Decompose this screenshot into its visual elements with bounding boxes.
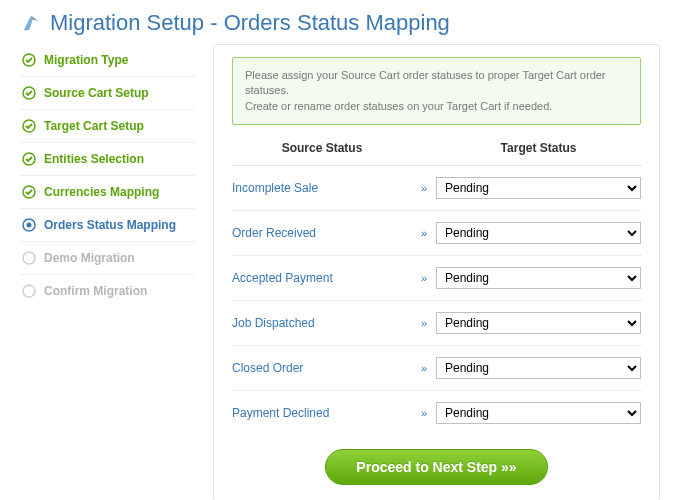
wizard-sidebar: Migration TypeSource Cart SetupTarget Ca… — [20, 44, 195, 500]
target-status-cell: Pending — [436, 222, 641, 244]
arrow-icon: » — [412, 407, 436, 419]
sidebar-item-demo-migration[interactable]: Demo Migration — [20, 242, 195, 275]
target-status-cell: Pending — [436, 402, 641, 424]
svg-point-6 — [27, 223, 32, 228]
arrow-icon: » — [412, 272, 436, 284]
mapping-row: Incomplete Sale»Pending — [232, 166, 641, 211]
arrow-icon: » — [412, 317, 436, 329]
page-title: Migration Setup - Orders Status Mapping — [50, 10, 450, 36]
target-status-cell: Pending — [436, 312, 641, 334]
sidebar-item-target-cart-setup[interactable]: Target Cart Setup — [20, 110, 195, 143]
target-status-cell: Pending — [436, 177, 641, 199]
source-status-label[interactable]: Incomplete Sale — [232, 181, 412, 195]
check-circle-icon — [22, 53, 36, 67]
sidebar-item-label: Orders Status Mapping — [44, 218, 176, 232]
check-circle-icon — [22, 119, 36, 133]
source-status-label[interactable]: Job Dispatched — [232, 316, 412, 330]
target-status-select[interactable]: Pending — [436, 222, 641, 244]
arrow-icon: » — [412, 362, 436, 374]
target-status-cell: Pending — [436, 357, 641, 379]
sidebar-item-label: Target Cart Setup — [44, 119, 144, 133]
col-header-spacer — [412, 141, 436, 155]
radio-empty-icon — [22, 284, 36, 298]
sidebar-item-entities-selection[interactable]: Entities Selection — [20, 143, 195, 176]
svg-point-7 — [23, 252, 35, 264]
header: Migration Setup - Orders Status Mapping — [20, 10, 660, 36]
target-status-select[interactable]: Pending — [436, 402, 641, 424]
mapping-row: Payment Declined»Pending — [232, 391, 641, 435]
proceed-button[interactable]: Proceed to Next Step »» — [325, 449, 547, 485]
check-circle-icon — [22, 185, 36, 199]
source-status-label[interactable]: Payment Declined — [232, 406, 412, 420]
mapping-row: Order Received»Pending — [232, 211, 641, 256]
target-status-cell: Pending — [436, 267, 641, 289]
source-status-label[interactable]: Closed Order — [232, 361, 412, 375]
arrow-icon: » — [412, 227, 436, 239]
arrow-icon: » — [412, 182, 436, 194]
info-text-line: Create or rename order statuses on your … — [245, 99, 628, 114]
source-status-label[interactable]: Order Received — [232, 226, 412, 240]
col-header-target: Target Status — [436, 141, 641, 155]
sidebar-item-migration-type[interactable]: Migration Type — [20, 44, 195, 77]
target-status-select[interactable]: Pending — [436, 357, 641, 379]
svg-point-8 — [23, 285, 35, 297]
source-status-label[interactable]: Accepted Payment — [232, 271, 412, 285]
check-circle-icon — [22, 86, 36, 100]
target-status-select[interactable]: Pending — [436, 267, 641, 289]
sidebar-item-label: Demo Migration — [44, 251, 135, 265]
sidebar-item-label: Currencies Mapping — [44, 185, 159, 199]
radio-empty-icon — [22, 251, 36, 265]
radio-selected-icon — [22, 218, 36, 232]
target-status-select[interactable]: Pending — [436, 177, 641, 199]
sidebar-item-confirm-migration[interactable]: Confirm Migration — [20, 275, 195, 307]
mapping-row: Job Dispatched»Pending — [232, 301, 641, 346]
main-panel: Please assign your Source Cart order sta… — [213, 44, 660, 500]
mapping-header: Source Status Target Status — [232, 139, 641, 166]
sidebar-item-orders-status-mapping[interactable]: Orders Status Mapping — [20, 209, 195, 242]
sidebar-item-label: Confirm Migration — [44, 284, 147, 298]
sidebar-item-source-cart-setup[interactable]: Source Cart Setup — [20, 77, 195, 110]
check-circle-icon — [22, 152, 36, 166]
mapping-row: Accepted Payment»Pending — [232, 256, 641, 301]
sidebar-item-label: Migration Type — [44, 53, 128, 67]
info-text-line: Please assign your Source Cart order sta… — [245, 68, 628, 99]
info-box: Please assign your Source Cart order sta… — [232, 57, 641, 125]
target-status-select[interactable]: Pending — [436, 312, 641, 334]
col-header-source: Source Status — [232, 141, 412, 155]
mapping-row: Closed Order»Pending — [232, 346, 641, 391]
app-logo-icon — [20, 12, 42, 34]
sidebar-item-label: Entities Selection — [44, 152, 144, 166]
sidebar-item-label: Source Cart Setup — [44, 86, 149, 100]
sidebar-item-currencies-mapping[interactable]: Currencies Mapping — [20, 176, 195, 209]
